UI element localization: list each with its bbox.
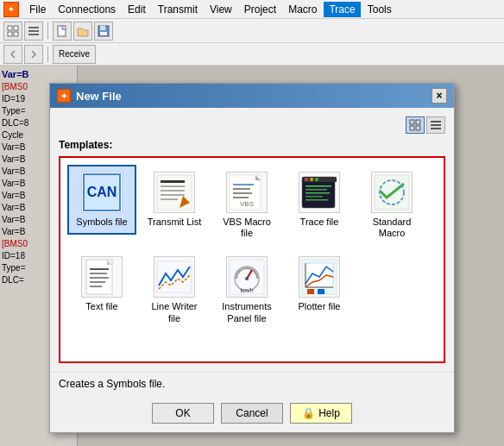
- menu-macro[interactable]: Macro: [283, 2, 322, 17]
- svg-rect-37: [306, 185, 331, 187]
- svg-rect-28: [233, 188, 250, 190]
- svg-rect-60: [307, 289, 314, 294]
- plotter-label: Plotter file: [299, 301, 341, 312]
- dialog-content: Templates: CAN Symbols file: [50, 108, 454, 372]
- svg-rect-6: [28, 34, 39, 35]
- view-toggles: [59, 116, 445, 134]
- symbols-icon: CAN: [81, 172, 123, 213]
- trace-icon: [299, 172, 340, 213]
- svg-rect-11: [410, 120, 414, 124]
- svg-rect-41: [306, 199, 328, 201]
- instruments-label: Instruments Panel file: [217, 301, 276, 324]
- svg-rect-49: [90, 281, 105, 283]
- svg-rect-1: [14, 26, 18, 30]
- toolbar-forward[interactable]: [24, 45, 43, 64]
- svg-rect-9: [100, 26, 105, 30]
- menu-file[interactable]: File: [24, 2, 51, 17]
- help-button[interactable]: 🔒Help: [290, 403, 352, 424]
- svg-rect-10: [100, 32, 107, 35]
- menu-bar: ✦ File Connections Edit Transmit View Pr…: [0, 0, 504, 19]
- svg-rect-15: [431, 121, 441, 122]
- text-icon: [81, 256, 123, 298]
- text-label: Text file: [85, 301, 117, 312]
- vbs-label: VBS Macro file: [217, 217, 276, 239]
- dialog-titlebar: ✦ New File ×: [50, 84, 454, 108]
- toolbar-btn-1[interactable]: [3, 22, 22, 41]
- dialog-buttons: OK Cancel 🔒Help: [50, 396, 454, 432]
- view-toggle-grid[interactable]: [406, 116, 425, 134]
- toolbar-btn-2[interactable]: [24, 22, 43, 41]
- menu-transmit[interactable]: Transmit: [153, 2, 203, 17]
- menu-tools[interactable]: Tools: [362, 2, 397, 17]
- svg-rect-21: [161, 190, 185, 192]
- svg-rect-38: [306, 189, 327, 191]
- new-file-dialog: ✦ New File ×: [49, 83, 455, 433]
- dialog-title-icon: ✦: [57, 89, 71, 103]
- view-toggle-list[interactable]: [426, 116, 445, 134]
- svg-rect-33: [304, 177, 337, 182]
- template-trace-file[interactable]: Trace file: [285, 165, 354, 235]
- template-plotter[interactable]: Plotter file: [285, 249, 354, 319]
- svg-rect-40: [306, 196, 323, 198]
- app-content: Var=B [BMS0 ID=19 Type= DLC=8 Cycle Var=…: [0, 66, 504, 446]
- linewriter-label: Line Writer file: [145, 301, 204, 324]
- svg-rect-12: [416, 120, 420, 124]
- svg-rect-17: [431, 128, 441, 129]
- templates-grid-wrapper: CAN Symbols file: [59, 156, 445, 363]
- svg-rect-46: [90, 268, 109, 270]
- menu-connections[interactable]: Connections: [53, 2, 121, 17]
- dialog-title-text: New File: [76, 90, 122, 103]
- toolbar-receive[interactable]: Receive: [53, 45, 96, 64]
- svg-rect-51: [157, 261, 192, 292]
- toolbar: [0, 19, 504, 43]
- template-standard-macro[interactable]: Standard Macro: [357, 165, 426, 246]
- template-line-writer[interactable]: Line Writer file: [140, 249, 209, 330]
- svg-rect-50: [90, 286, 102, 287]
- templates-label: Templates:: [59, 139, 445, 151]
- svg-rect-2: [8, 32, 12, 36]
- toolbar-open[interactable]: [73, 22, 92, 41]
- toolbar-back[interactable]: [3, 45, 22, 64]
- dialog-close-button[interactable]: ×: [432, 88, 447, 104]
- svg-rect-23: [161, 198, 178, 200]
- symbols-label: Symbols file: [76, 217, 127, 228]
- macro-label: Standard Macro: [362, 217, 421, 239]
- svg-rect-19: [161, 180, 185, 183]
- svg-rect-13: [410, 126, 414, 130]
- instruments-icon: km/h: [226, 256, 268, 298]
- svg-point-36: [315, 178, 318, 181]
- menu-view[interactable]: View: [205, 2, 237, 17]
- status-text: Creates a Symbols file.: [59, 378, 165, 390]
- ok-button[interactable]: OK: [152, 403, 214, 424]
- svg-rect-47: [90, 273, 107, 274]
- template-transmit-list[interactable]: Transmit List: [140, 165, 209, 235]
- svg-rect-0: [8, 26, 12, 30]
- svg-rect-48: [90, 277, 109, 279]
- svg-text:km/h: km/h: [240, 287, 253, 293]
- menu-trace[interactable]: Trace: [324, 2, 360, 17]
- svg-rect-39: [306, 192, 330, 194]
- dialog-title-left: ✦ New File: [57, 89, 122, 103]
- plotter-icon: [299, 256, 340, 298]
- linewriter-icon: [154, 256, 195, 298]
- macro-icon: [371, 172, 413, 213]
- menu-project[interactable]: Project: [239, 2, 281, 17]
- templates-grid: CAN Symbols file: [67, 165, 437, 331]
- template-symbols-file[interactable]: CAN Symbols file: [67, 165, 136, 235]
- template-text-file[interactable]: Text file: [67, 249, 136, 319]
- transmit-icon: [154, 172, 195, 213]
- svg-point-35: [310, 178, 313, 181]
- modal-overlay: ✦ New File ×: [0, 66, 504, 446]
- svg-rect-4: [28, 27, 39, 28]
- toolbar-new[interactable]: [53, 22, 72, 41]
- template-instruments[interactable]: km/h Instruments Panel file: [212, 249, 281, 330]
- template-vbs-macro[interactable]: VBS VBS Macro file: [212, 165, 281, 246]
- svg-rect-29: [233, 192, 252, 194]
- menu-edit[interactable]: Edit: [123, 2, 151, 17]
- svg-rect-14: [416, 126, 420, 130]
- second-toolbar-separator: [47, 47, 48, 62]
- trace-label: Trace file: [300, 217, 339, 228]
- cancel-button[interactable]: Cancel: [221, 403, 283, 424]
- toolbar-save[interactable]: [94, 22, 113, 41]
- svg-point-54: [245, 277, 249, 280]
